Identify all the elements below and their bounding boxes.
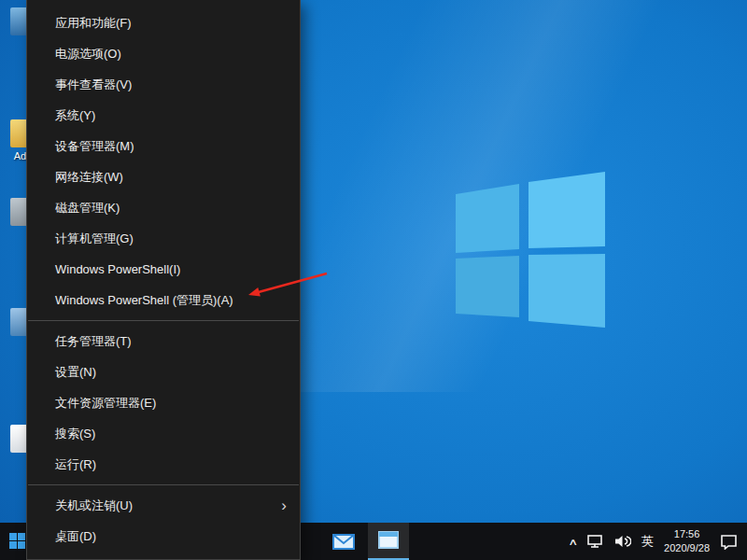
taskbar-active-app-button[interactable] <box>368 523 409 560</box>
menu-item-power-options[interactable]: 电源选项(O) <box>27 38 300 69</box>
menu-item-computer-management[interactable]: 计算机管理(G) <box>27 223 300 254</box>
menu-separator <box>28 484 299 485</box>
network-icon[interactable] <box>586 534 603 549</box>
windows-start-icon <box>9 533 17 540</box>
menu-item-event-viewer[interactable]: 事件查看器(V) <box>27 69 300 100</box>
tray-overflow-chevron-icon[interactable]: ∧ <box>568 537 578 547</box>
menu-item-file-explorer[interactable]: 文件资源管理器(E) <box>27 387 300 418</box>
menu-item-powershell[interactable]: Windows PowerShell(I) <box>27 254 300 285</box>
menu-item-disk-management[interactable]: 磁盘管理(K) <box>27 192 300 223</box>
menu-item-system[interactable]: 系统(Y) <box>27 100 300 131</box>
menu-item-apps-features[interactable]: 应用和功能(F) <box>27 7 300 38</box>
clock-date: 2020/9/28 <box>664 541 710 555</box>
mail-icon <box>331 529 356 553</box>
menu-item-powershell-admin[interactable]: Windows PowerShell (管理员)(A) <box>27 285 300 315</box>
system-tray: ∧ 英 17:56 2020/9/28 <box>570 523 747 560</box>
menu-item-label: 关机或注销(U) <box>55 498 133 512</box>
window-app-icon <box>377 530 400 551</box>
menu-separator <box>28 320 299 321</box>
winx-context-menu: 应用和功能(F) 电源选项(O) 事件查看器(V) 系统(Y) 设备管理器(M)… <box>26 0 301 560</box>
submenu-chevron-icon: › <box>281 490 287 521</box>
taskbar-clock[interactable]: 17:56 2020/9/28 <box>664 527 710 555</box>
menu-item-settings[interactable]: 设置(N) <box>27 357 300 387</box>
menu-item-task-manager[interactable]: 任务管理器(T) <box>27 326 300 357</box>
menu-item-network-connections[interactable]: 网络连接(W) <box>27 161 300 192</box>
clock-time: 17:56 <box>664 527 710 541</box>
menu-item-device-manager[interactable]: 设备管理器(M) <box>27 131 300 161</box>
menu-item-search[interactable]: 搜索(S) <box>27 418 300 449</box>
ime-language-indicator[interactable]: 英 <box>641 533 654 550</box>
menu-item-run[interactable]: 运行(R) <box>27 449 300 480</box>
action-center-icon[interactable] <box>720 533 738 550</box>
start-button[interactable] <box>9 533 25 549</box>
menu-item-desktop[interactable]: 桌面(D) <box>27 521 300 552</box>
taskbar-mail-button[interactable] <box>323 523 364 560</box>
volume-icon[interactable] <box>613 534 631 549</box>
menu-item-shutdown-signout[interactable]: 关机或注销(U) › <box>27 490 300 521</box>
